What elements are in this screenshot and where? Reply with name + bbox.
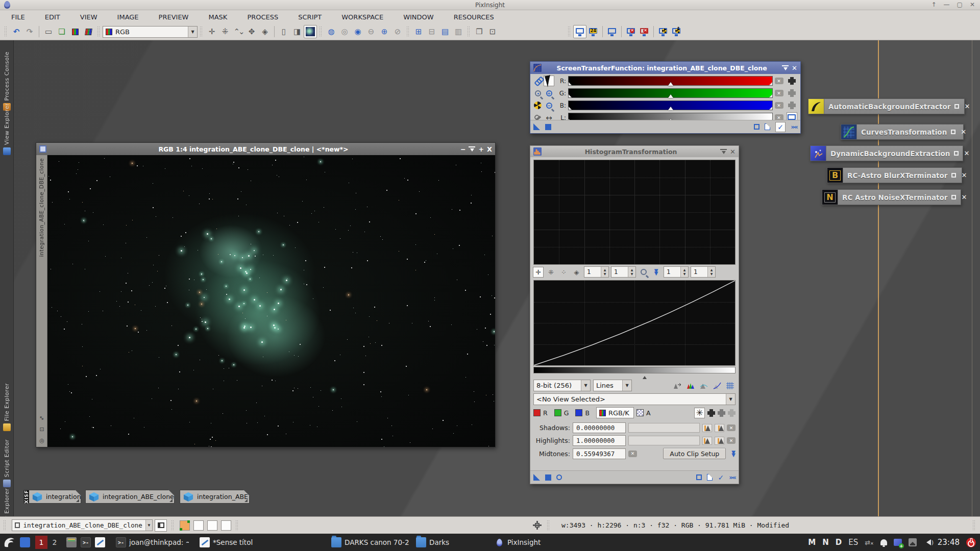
resize-grip-icon[interactable] <box>244 499 248 502</box>
shadows-clip-count-icon[interactable] <box>702 424 712 432</box>
taskbar-window-editor[interactable]: *Sense títol <box>196 536 256 549</box>
menu-mask[interactable]: MASK <box>208 13 227 21</box>
process-restore-icon[interactable] <box>954 151 959 156</box>
menu-resources[interactable]: RESOURCES <box>454 13 494 21</box>
dock-tab-file-explorer[interactable]: File Explorer <box>0 383 14 431</box>
statusbar-grip[interactable] <box>171 520 175 531</box>
terminal-launcher-icon[interactable]: >- <box>81 537 91 547</box>
statusbar-grip[interactable] <box>547 520 550 531</box>
highlights-clip-percent-icon[interactable] <box>715 437 724 445</box>
toolbar-grip[interactable] <box>406 26 410 37</box>
menu-view[interactable]: VIEW <box>80 13 97 21</box>
alpha-channel-chip[interactable] <box>636 409 644 416</box>
hdr-monitor-icon[interactable] <box>656 25 670 38</box>
chevron-down-icon[interactable]: ▼ <box>622 380 631 391</box>
raw-display-icon[interactable]: ✳ <box>694 408 705 418</box>
mask-inverted-icon[interactable]: ◉ <box>351 25 364 38</box>
process-close-icon[interactable]: ✕ <box>964 103 970 110</box>
zoom-in-icon[interactable]: + <box>544 88 554 98</box>
select-mask-icon[interactable]: ⊕ <box>378 25 391 38</box>
window-close-icon[interactable]: ✕ <box>970 1 975 8</box>
expand-section-icon[interactable]: ▼▼ <box>651 267 662 278</box>
spin-arrows-icon[interactable]: ▲▼ <box>628 267 635 277</box>
histogram-output-plot[interactable] <box>533 160 736 265</box>
midtones-field[interactable]: 0.55949367 <box>573 448 626 459</box>
highlights-reset-icon[interactable]: ✕ <box>727 437 736 444</box>
workspace-4-button[interactable] <box>221 520 231 531</box>
process-close-icon[interactable]: ✕ <box>964 149 969 157</box>
process-icon-curves[interactable]: CurvesTransformation ✕ <box>841 124 964 140</box>
workspace-grid-icon[interactable]: ⊡ <box>486 25 499 38</box>
statusbar-grip[interactable] <box>3 520 7 531</box>
current-view-thumbnail[interactable] <box>304 25 317 38</box>
pan-icon[interactable]: ◈ <box>571 267 582 278</box>
keyboard-layout-indicator[interactable]: ES <box>848 538 858 547</box>
menu-script[interactable]: SCRIPT <box>298 13 322 21</box>
new-instance-icon[interactable] <box>533 474 540 481</box>
resize-grip-icon[interactable] <box>76 499 79 502</box>
process-restore-icon[interactable] <box>951 173 956 178</box>
software-updates-icon[interactable] <box>894 539 902 546</box>
workspace-3-button[interactable] <box>207 520 217 531</box>
new-preview-icon[interactable]: ▯ <box>277 25 290 38</box>
toolbar-grip[interactable] <box>200 26 203 37</box>
track-views-icon[interactable] <box>707 409 715 417</box>
view-mode-icon[interactable]: ◎ <box>39 437 44 444</box>
dock-tab-view-explorer[interactable]: View Explorer <box>0 103 14 155</box>
apply-stf-icon[interactable]: ← <box>605 25 619 38</box>
workspace-1-button[interactable] <box>180 520 190 531</box>
iconized-view-integration[interactable]: XISF integration <box>23 490 81 504</box>
expand-icon[interactable]: ⁜ <box>546 267 556 278</box>
process-icon-noisexterminator[interactable]: N RC Astro NoiseXTerminator ✕ <box>822 189 961 205</box>
curve-display-icon[interactable] <box>712 380 722 391</box>
link-rgb-icon[interactable] <box>532 76 543 86</box>
extract-channels-icon[interactable] <box>82 25 95 38</box>
process-icon-dbe[interactable]: DynamicBackgroundExtraction ✕ <box>810 145 963 161</box>
power-icon[interactable] <box>966 538 976 547</box>
red-channel-chip[interactable] <box>533 409 541 416</box>
browse-documentation-icon[interactable] <box>754 124 760 130</box>
removable-media-icon[interactable] <box>909 538 917 546</box>
taskbar-window-darks[interactable]: Darks <box>412 536 456 549</box>
close-window-icon[interactable]: ✕ <box>638 25 651 38</box>
histogram-titlebar[interactable]: HistogramTransformation ✕ <box>530 146 739 157</box>
indicator-n[interactable]: N <box>822 538 829 547</box>
workspace-panel-icon[interactable]: ❒ <box>473 25 486 38</box>
sync-icon[interactable] <box>728 409 736 417</box>
center-view-icon[interactable]: ◈ <box>258 25 272 38</box>
optimal-zoom-icon[interactable]: ⊡ <box>39 426 44 433</box>
edit-mode-icon[interactable] <box>544 76 554 86</box>
stf-green-gradient[interactable] <box>568 88 773 98</box>
window-up-icon[interactable]: ↑ <box>932 1 937 8</box>
close-icon[interactable]: ✕ <box>730 148 736 155</box>
spin-arrows-icon[interactable]: ▲▼ <box>680 267 688 277</box>
edit-preview-icon[interactable]: ◨ <box>290 25 304 38</box>
stf-blue-gradient[interactable] <box>568 101 773 110</box>
new-instance-icon[interactable] <box>533 123 540 130</box>
process-icon-abe[interactable]: AutomaticBackgroundExtractor ✕ <box>808 98 965 114</box>
input-gradient-strip[interactable] <box>533 367 736 373</box>
rulers-icon[interactable]: ▤ <box>438 25 452 38</box>
redo-icon[interactable]: ↷ <box>23 25 36 38</box>
menu-window[interactable]: WINDOW <box>403 13 434 21</box>
plot-style-select[interactable]: Lines ▼ <box>593 380 632 391</box>
taskbar-window-darks-canon[interactable]: DARKS canon 70-2... <box>328 536 409 549</box>
resize-grip-icon[interactable] <box>169 499 173 502</box>
shade-icon[interactable] <box>720 149 727 155</box>
iconize-icon[interactable]: − <box>460 145 465 153</box>
grid-icon[interactable] <box>725 380 736 391</box>
readout-mode-icon[interactable]: ✛ <box>205 25 218 38</box>
disable-stf-icon[interactable]: ✕ <box>624 25 638 38</box>
stf-green-reset-icon[interactable]: ✕ <box>775 90 783 96</box>
apply-global-icon[interactable] <box>556 474 562 480</box>
zoom-out-icon[interactable]: − <box>544 100 554 111</box>
chevron-down-icon[interactable]: ▼ <box>188 27 197 37</box>
view-select[interactable]: <No View Selected> ▼ <box>533 393 736 405</box>
workspace-2-button[interactable] <box>193 520 204 531</box>
process-restore-icon[interactable] <box>951 130 955 134</box>
toggle-output-icon[interactable] <box>672 380 682 391</box>
chevron-down-icon[interactable]: ▼ <box>581 380 590 391</box>
rgbk-channel-button[interactable]: RGB/K <box>596 407 634 418</box>
auto-clip-setup-button[interactable]: Auto Clip Setup <box>663 448 726 459</box>
magnifier-icon[interactable] <box>638 267 649 278</box>
